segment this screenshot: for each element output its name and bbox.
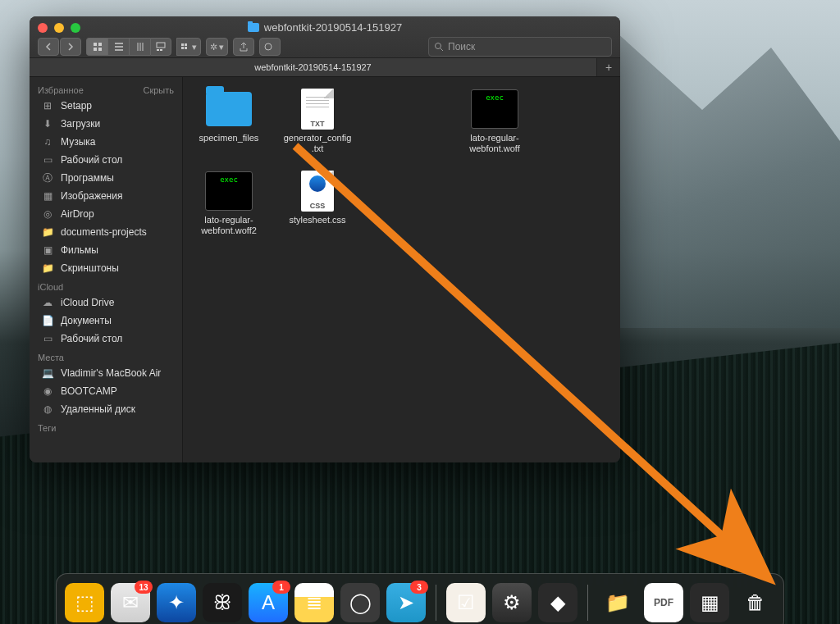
file-item[interactable]: TXTgenerator_config.txt <box>283 89 352 154</box>
action-button[interactable]: ✲ ▾ <box>206 38 228 56</box>
dock-safari[interactable]: ✦ <box>157 583 196 622</box>
sidebar-item-label: Setapp <box>61 100 92 112</box>
svg-rect-3 <box>98 48 102 51</box>
tags-button[interactable] <box>259 38 281 56</box>
forward-button[interactable] <box>60 38 81 56</box>
sidebar-item-pictures[interactable]: ▦Изображения <box>30 187 182 205</box>
sidebar-item-apps[interactable]: ⒶПрограммы <box>30 169 182 187</box>
file-item[interactable]: CSSstylesheet.css <box>283 171 352 236</box>
badge: 1 <box>272 581 290 594</box>
sidebar-section-title: Места <box>38 353 64 362</box>
dock-mail[interactable]: ✉13 <box>111 583 150 622</box>
dock-area: ⬚✉13✦ꕥA1≣◯➤3☑⚙◆📁PDF▦🗑 <box>0 567 840 624</box>
sidebar-item-airdrop[interactable]: ◎AirDrop <box>30 205 182 223</box>
dock: ⬚✉13✦ꕥA1≣◯➤3☑⚙◆📁PDF▦🗑 <box>56 573 784 624</box>
txt-file-icon: TXT <box>293 89 342 130</box>
sidebar-item-label: Изображения <box>61 190 122 202</box>
search-placeholder: Поиск <box>448 41 475 52</box>
sidebar-item-bootcamp[interactable]: ◉BOOTCAMP <box>30 382 182 400</box>
files-grid: specimen_filesTXTgenerator_config.txtexe… <box>194 89 609 236</box>
sidebar-item-label: Рабочий стол <box>61 154 122 166</box>
folder-icon: 📁 <box>41 225 54 239</box>
music-icon: ♫ <box>41 135 54 148</box>
tab-bar: webfontkit-20190514-151927 + <box>30 58 620 77</box>
sidebar-section-title: iCloud <box>38 282 63 292</box>
sidebar-item-label: Загрузки <box>61 118 100 130</box>
sidebar-item-label: Музыка <box>61 136 95 148</box>
new-tab-button[interactable]: + <box>597 58 620 76</box>
disk-icon: ◉ <box>41 385 54 398</box>
tab-current[interactable]: webfontkit-20190514-151927 <box>30 58 597 76</box>
dock-forklift[interactable]: ⬚ <box>65 583 104 622</box>
sidebar-item-desktop2[interactable]: ▭Рабочий стол <box>30 330 182 348</box>
dock-settings[interactable]: ⚙ <box>492 583 532 622</box>
desktop-icon: ▭ <box>41 332 54 345</box>
dock-butterfly[interactable]: ꕥ <box>203 583 242 622</box>
svg-rect-6 <box>160 49 162 51</box>
window-title: webfontkit-20190514-151927 <box>30 21 620 34</box>
sidebar-item-music[interactable]: ♫Музыка <box>30 133 182 151</box>
cloud-icon: ☁ <box>41 296 54 309</box>
content-area[interactable]: specimen_filesTXTgenerator_config.txtexe… <box>183 77 620 462</box>
sidebar-item-label: BOOTCAMP <box>61 385 117 397</box>
sidebar-section-header: Места <box>30 348 182 364</box>
file-item[interactable]: execlato-regular-webfont.woff <box>460 89 529 154</box>
dock-cleanmymac[interactable]: ◆ <box>538 583 578 622</box>
tab-label: webfontkit-20190514-151927 <box>254 62 372 72</box>
dock-pdf[interactable]: PDF <box>644 583 683 622</box>
sidebar-item-macbookair[interactable]: 💻Vladimir's MacBook Air <box>30 364 182 382</box>
share-button[interactable] <box>233 38 254 56</box>
dock-logic[interactable]: ◯ <box>340 583 380 622</box>
view-columns-button[interactable] <box>129 38 150 56</box>
sidebar-item-label: documents-projects <box>61 226 147 238</box>
search-field[interactable]: Поиск <box>428 37 612 57</box>
sidebar-item-label: Рабочий стол <box>61 333 122 344</box>
exec-file-icon: exec <box>470 89 519 130</box>
sidebar-item-documents[interactable]: 📄Документы <box>30 312 182 330</box>
svg-rect-9 <box>181 47 184 49</box>
sidebar-item-label: Документы <box>61 315 112 326</box>
svg-rect-7 <box>181 43 184 46</box>
dock-trash[interactable]: 🗑 <box>736 583 775 622</box>
sidebar-item-label: AirDrop <box>61 208 94 220</box>
back-button[interactable] <box>38 38 59 56</box>
dock-things[interactable]: ☑ <box>446 583 486 622</box>
view-switcher <box>86 38 171 56</box>
dock-dropbox[interactable]: 📁 <box>598 583 637 622</box>
sidebar-item-desktop[interactable]: ▭Рабочий стол <box>30 151 182 169</box>
sidebar-item-downloads[interactable]: ⬇Загрузки <box>30 115 182 133</box>
view-list-button[interactable] <box>107 38 129 56</box>
sidebar-item-setapp[interactable]: ⊞Setapp <box>30 97 182 115</box>
svg-rect-1 <box>98 43 102 46</box>
dock-telegram[interactable]: ➤3 <box>386 583 426 622</box>
finder-window: webfontkit-20190514-151927 <box>30 16 620 462</box>
sidebar-item-screenshots[interactable]: 📁Скринштоны <box>30 259 182 277</box>
file-item[interactable]: execlato-regular-webfont.woff2 <box>194 171 263 236</box>
sidebar-hide-link[interactable]: Скрыть <box>143 85 174 95</box>
svg-rect-8 <box>185 43 187 46</box>
view-icon-button[interactable] <box>86 38 107 56</box>
arrange-button[interactable]: ▾ <box>176 38 201 56</box>
download-icon: ⬇ <box>41 117 54 130</box>
sidebar-item-docsproj[interactable]: 📁documents-projects <box>30 223 182 241</box>
dock-screens[interactable]: ▦ <box>690 583 729 622</box>
disc-icon: ◍ <box>41 403 54 416</box>
folder-icon <box>204 89 253 130</box>
file-item[interactable]: specimen_files <box>194 89 263 154</box>
svg-rect-5 <box>157 49 159 51</box>
sidebar-item-remotedisk[interactable]: ◍Удаленный диск <box>30 400 182 418</box>
view-gallery-button[interactable] <box>150 38 171 56</box>
sidebar-section-header: iCloud <box>30 277 182 294</box>
chevron-down-icon: ▾ <box>192 42 197 52</box>
sidebar-item-movies[interactable]: ▣Фильмы <box>30 241 182 259</box>
dock-appstore[interactable]: A1 <box>249 583 288 622</box>
file-name: stylesheet.css <box>289 215 345 225</box>
folder-icon <box>248 23 259 32</box>
sidebar: ИзбранноеСкрыть⊞Setapp⬇Загрузки♫Музыка▭Р… <box>30 77 183 462</box>
apps-icon: Ⓐ <box>41 171 54 184</box>
sidebar-item-iclouddrive[interactable]: ☁iCloud Drive <box>30 294 182 312</box>
sidebar-section-header: Теги <box>30 418 182 435</box>
dock-notes[interactable]: ≣ <box>294 583 334 622</box>
svg-rect-0 <box>94 43 97 46</box>
exec-file-icon: exec <box>204 171 253 212</box>
